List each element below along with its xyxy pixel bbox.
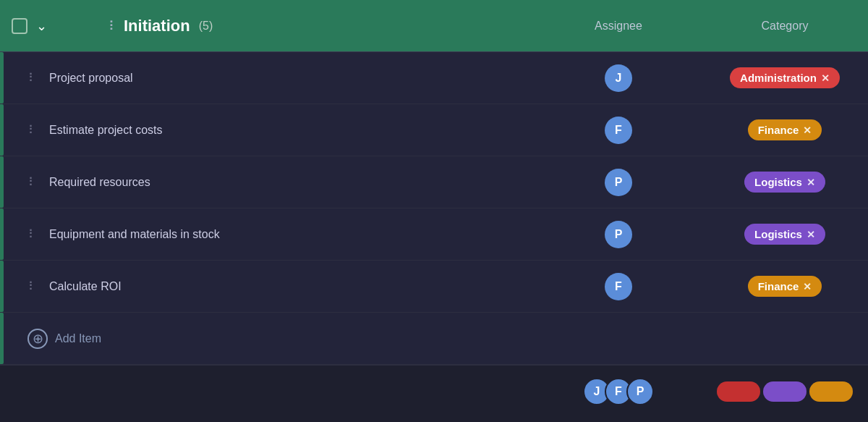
assignee-avatar-group: J F P (583, 378, 654, 405)
row-category: Finance ✕ (702, 119, 868, 140)
row-category: Administration ✕ (702, 67, 868, 88)
assignee-avatar: P (605, 221, 632, 248)
category-pill-logistics (763, 381, 807, 402)
row-category: Logistics ✕ (702, 224, 868, 245)
row-category: Finance ✕ (702, 276, 868, 297)
assignee-avatar: F (605, 273, 632, 300)
table-row: ⠇ Required resources P Logistics ✕ (0, 156, 868, 208)
row-assignee: P (535, 221, 702, 248)
drag-handle-icon[interactable]: ⠇ (22, 227, 43, 241)
row-assignee: F (535, 117, 702, 144)
collapse-button[interactable]: ⌄ (33, 15, 50, 37)
footer-row: J F P (0, 365, 868, 417)
assignee-avatar: J (605, 64, 632, 92)
drag-handle-icon[interactable]: ⠇ (22, 71, 43, 85)
task-title: Calculate ROI (43, 280, 535, 293)
header-title-area: Initiation (5) (124, 17, 535, 35)
header-checkbox-area: ⌄ (0, 15, 109, 37)
footer-assignees: J F P (535, 378, 702, 405)
row-assignee: P (535, 169, 702, 196)
category-remove-icon[interactable]: ✕ (807, 229, 815, 240)
task-title: Required resources (43, 176, 535, 189)
category-badge: Finance ✕ (748, 276, 822, 297)
assignee-avatar: F (605, 117, 632, 144)
category-pill-admin (717, 381, 760, 402)
group-title: Initiation (124, 17, 190, 35)
drag-handle-icon[interactable]: ⠇ (22, 123, 43, 137)
row-assignee: F (535, 273, 702, 300)
row-assignee: J (535, 64, 702, 92)
category-label: Finance (758, 124, 799, 136)
drag-handle-icon[interactable]: ⠇ (109, 18, 118, 34)
category-label: Logistics (754, 228, 802, 240)
category-badge: Logistics ✕ (744, 224, 825, 245)
table-row: ⠇ Project proposal J Administration ✕ (0, 52, 868, 104)
category-remove-icon[interactable]: ✕ (807, 177, 815, 188)
row-category: Logistics ✕ (702, 172, 868, 193)
category-remove-icon[interactable]: ✕ (803, 125, 812, 136)
task-title: Equipment and materials in stock (43, 228, 535, 241)
task-title: Estimate project costs (43, 124, 535, 137)
category-badge: Finance ✕ (748, 119, 822, 140)
task-table: ⌄ ⠇ Initiation (5) Assignee Category ⠇ P… (0, 0, 868, 417)
add-item-row[interactable]: ⊕ Add Item (0, 313, 868, 365)
category-badge: Logistics ✕ (744, 172, 825, 193)
category-pill-finance (809, 381, 853, 402)
drag-handle-icon[interactable]: ⠇ (22, 175, 43, 189)
assignee-avatar: P (605, 169, 632, 196)
category-badge: Administration ✕ (730, 67, 840, 88)
task-title: Project proposal (43, 72, 535, 85)
table-row: ⠇ Estimate project costs F Finance ✕ (0, 104, 868, 156)
drag-handle-icon[interactable]: ⠇ (22, 279, 43, 293)
group-checkbox[interactable] (12, 18, 27, 34)
col-category-header: Category (702, 20, 868, 33)
add-item-icon[interactable]: ⊕ (27, 329, 48, 349)
footer-categories (702, 381, 868, 402)
add-item-label[interactable]: Add Item (55, 332, 101, 345)
category-remove-icon[interactable]: ✕ (821, 72, 830, 84)
category-label: Finance (758, 280, 799, 292)
category-label: Logistics (754, 176, 802, 188)
table-row: ⠇ Calculate ROI F Finance ✕ (0, 261, 868, 313)
table-row: ⠇ Equipment and materials in stock P Log… (0, 208, 868, 261)
col-assignee-header: Assignee (535, 20, 702, 33)
group-header: ⌄ ⠇ Initiation (5) Assignee Category (0, 0, 868, 52)
category-remove-icon[interactable]: ✕ (803, 281, 812, 292)
category-label: Administration (740, 72, 817, 84)
rows-container: ⠇ Project proposal J Administration ✕ ⠇ … (0, 52, 868, 313)
group-count: (5) (199, 20, 213, 33)
avatar-p: P (626, 378, 654, 405)
